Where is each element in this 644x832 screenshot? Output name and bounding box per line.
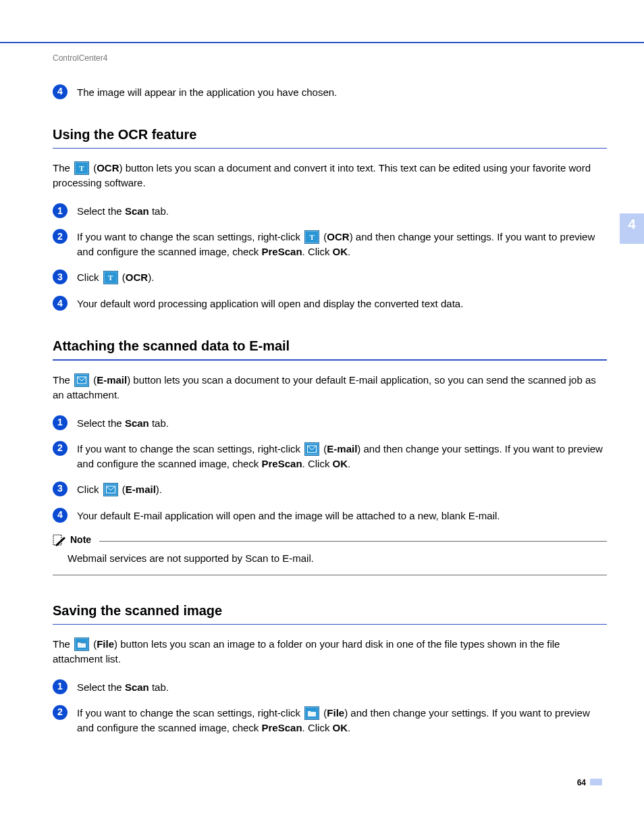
step-number-icon: 4	[53, 508, 68, 523]
section-heading-email: Attaching the scanned data to E-mail	[53, 336, 607, 355]
text: Click	[77, 484, 102, 495]
step-text: Select the Scan tab.	[77, 415, 607, 430]
step-item: 2 If you want to change the scan setting…	[53, 705, 607, 735]
ocr-intro: The T (OCR) button lets you scan a docum…	[53, 161, 607, 190]
note-box: Note Webmail services are not supported …	[53, 534, 607, 575]
text: . Click	[302, 458, 333, 469]
text: Scan	[125, 681, 149, 693]
step-number-icon: 1	[53, 679, 68, 694]
text: .	[348, 246, 350, 257]
file-icon	[304, 706, 319, 720]
text: ) button lets you scan an image to a fol…	[53, 638, 560, 665]
text: tab.	[149, 681, 169, 693]
text: Select the	[77, 681, 125, 693]
label: E-mail	[126, 484, 156, 495]
step-item: 1 Select the Scan tab.	[53, 203, 607, 218]
step-item: 4 Your default word processing applicati…	[53, 296, 607, 311]
step-number-icon: 2	[53, 441, 68, 456]
text: If you want to change the scan settings,…	[77, 443, 303, 454]
text: Click	[77, 271, 102, 283]
label: E-mail	[327, 443, 357, 454]
section-heading-file: Saving the scanned image	[53, 601, 607, 620]
step-text: If you want to change the scan settings,…	[77, 441, 607, 471]
top-rule	[0, 42, 644, 43]
step-text: If you want to change the scan settings,…	[77, 229, 607, 259]
text: . Click	[302, 722, 333, 733]
text: Select the	[77, 417, 125, 429]
step-item: 1 Select the Scan tab.	[53, 415, 607, 430]
step-item: 4 The image will appear in the applicati…	[53, 84, 607, 99]
step-item: 2 If you want to change the scan setting…	[53, 441, 607, 471]
label: File	[97, 638, 114, 650]
page-number: 64	[577, 777, 602, 789]
email-icon	[74, 373, 89, 387]
step-number-icon: 1	[53, 415, 68, 430]
step-text: Your default word processing application…	[77, 296, 607, 311]
step-item: 1 Select the Scan tab.	[53, 679, 607, 694]
label: OCR	[327, 231, 349, 242]
step-number-icon: 3	[53, 269, 68, 284]
step-number-icon: 1	[53, 203, 68, 218]
text: . Click	[302, 246, 333, 257]
step-item: 3 Click T (OCR).	[53, 269, 607, 285]
step-text: Click (E-mail).	[77, 482, 607, 497]
note-icon	[53, 534, 66, 546]
page-content: ControlCenter4 4 The image will appear i…	[53, 53, 607, 746]
step-number-icon: 4	[53, 84, 68, 99]
text: ).	[156, 484, 162, 495]
text: tab.	[149, 417, 169, 429]
text: PreScan	[262, 722, 302, 733]
ocr-icon: T	[74, 161, 89, 175]
section-rule	[53, 359, 607, 361]
step-item: 4 Your default E-mail application will o…	[53, 508, 607, 523]
text: Scan	[125, 205, 149, 217]
step-number-icon: 3	[53, 482, 68, 496]
step-item: 2 If you want to change the scan setting…	[53, 229, 607, 259]
note-text: Webmail services are not supported by Sc…	[53, 551, 607, 575]
text: PreScan	[262, 458, 302, 469]
label: E-mail	[97, 374, 127, 386]
text: OK	[333, 722, 348, 733]
ocr-icon: T	[304, 230, 319, 244]
text: The	[53, 162, 73, 174]
section-rule	[53, 148, 607, 149]
step-number-icon: 2	[53, 229, 68, 244]
email-icon	[304, 442, 319, 456]
email-intro: The (E-mail) button lets you scan a docu…	[53, 373, 607, 402]
text: If you want to change the scan settings,…	[77, 707, 303, 719]
step-text: Your default E-mail application will ope…	[77, 508, 607, 523]
step-text: Click T (OCR).	[77, 269, 607, 285]
text: The	[53, 374, 73, 386]
text: Scan	[125, 417, 149, 429]
label: File	[327, 707, 344, 719]
label: OCR	[97, 162, 119, 174]
text: OK	[333, 246, 348, 257]
step-number-icon: 2	[53, 705, 68, 720]
text: .	[348, 722, 350, 733]
text: If you want to change the scan settings,…	[77, 231, 303, 242]
step-text: The image will appear in the application…	[77, 84, 607, 99]
step-number-icon: 4	[53, 296, 68, 311]
text: tab.	[149, 205, 169, 217]
file-icon	[74, 638, 89, 651]
step-text: If you want to change the scan settings,…	[77, 705, 607, 735]
text: OK	[333, 458, 348, 469]
text: ) button lets you scan a document to you…	[53, 374, 596, 400]
text: ) button lets you scan a document and co…	[53, 162, 591, 188]
step-item: 3 Click (E-mail).	[53, 482, 607, 497]
text: The	[53, 638, 73, 650]
text: PreScan	[262, 246, 302, 257]
label: OCR	[126, 271, 148, 283]
step-text: Select the Scan tab.	[77, 203, 607, 218]
text: ).	[148, 271, 154, 283]
section-heading-ocr: Using the OCR feature	[53, 125, 607, 144]
text: .	[348, 458, 350, 469]
ocr-icon: T	[103, 271, 118, 284]
email-icon	[103, 483, 118, 496]
chapter-tab: 4	[620, 213, 644, 244]
file-intro: The (File) button lets you scan an image…	[53, 637, 607, 666]
section-rule	[53, 624, 607, 625]
text: Select the	[77, 205, 125, 217]
step-text: Select the Scan tab.	[77, 679, 607, 694]
note-label: Note	[70, 534, 91, 547]
